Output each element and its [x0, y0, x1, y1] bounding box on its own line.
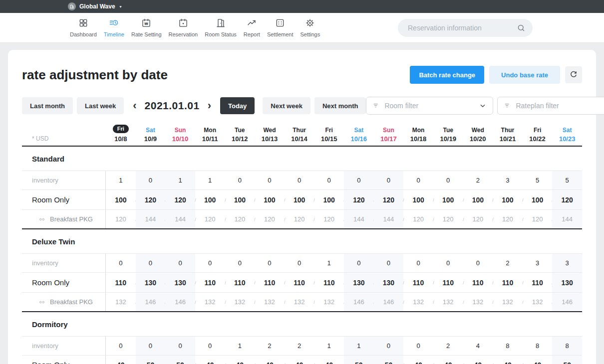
rate-cell[interactable]: 146: [344, 293, 374, 311]
rate-cell[interactable]: 130: [374, 273, 404, 292]
rate-cell[interactable]: 132: [314, 293, 344, 311]
rate-cell[interactable]: 130: [136, 273, 166, 292]
rate-cell[interactable]: 120: [136, 190, 166, 209]
rate-cell[interactable]: 120: [403, 210, 433, 228]
rate-cell[interactable]: 40: [285, 356, 314, 364]
rate-cell[interactable]: 110: [314, 273, 344, 292]
rate-cell[interactable]: 40: [106, 356, 136, 364]
rate-cell[interactable]: 50: [165, 356, 195, 364]
rateplan-filter-select[interactable]: Rateplan filter: [497, 97, 604, 115]
rate-cell[interactable]: 110: [255, 273, 285, 292]
rate-cell[interactable]: 144: [344, 210, 374, 228]
rate-cell[interactable]: 40: [225, 356, 255, 364]
nav-item-settings[interactable]: Settings: [297, 18, 323, 37]
rate-cell[interactable]: 120: [255, 210, 285, 228]
rate-cell[interactable]: 132: [463, 293, 493, 311]
reservation-search[interactable]: [398, 19, 533, 37]
brand-dropdown-caret-icon[interactable]: ▾: [120, 4, 122, 9]
rate-cell[interactable]: 100: [463, 190, 493, 209]
rate-cell[interactable]: 144: [374, 210, 404, 228]
rate-cell[interactable]: 130: [165, 273, 195, 292]
nav-item-report[interactable]: Report: [240, 18, 264, 37]
rate-cell[interactable]: 120: [314, 210, 344, 228]
rate-cell[interactable]: 132: [225, 293, 255, 311]
rate-cell[interactable]: 130: [552, 273, 582, 292]
rate-cell[interactable]: 146: [165, 293, 195, 311]
rate-cell[interactable]: 132: [255, 293, 285, 311]
rate-cell[interactable]: 40: [463, 356, 493, 364]
rate-cell[interactable]: 120: [523, 210, 553, 228]
rate-cell[interactable]: 100: [285, 190, 314, 209]
rate-cell[interactable]: 120: [285, 210, 314, 228]
today-button[interactable]: Today: [220, 97, 255, 114]
rate-cell[interactable]: 100: [225, 190, 255, 209]
rate-cell[interactable]: 120: [195, 210, 225, 228]
rate-cell[interactable]: 100: [403, 190, 433, 209]
rate-cell[interactable]: 144: [165, 210, 195, 228]
last-month-button[interactable]: Last month: [22, 97, 73, 114]
rate-cell[interactable]: 120: [493, 210, 523, 228]
rate-cell[interactable]: 110: [493, 273, 523, 292]
rate-cell[interactable]: 100: [433, 190, 463, 209]
rate-cell[interactable]: 40: [433, 356, 463, 364]
undo-base-rate-button[interactable]: Undo base rate: [489, 66, 560, 84]
rate-cell[interactable]: 132: [403, 293, 433, 311]
rate-cell[interactable]: 132: [433, 293, 463, 311]
rate-cell[interactable]: 132: [523, 293, 553, 311]
rate-cell[interactable]: 120: [374, 190, 404, 209]
rate-cell[interactable]: 120: [344, 190, 374, 209]
rate-cell[interactable]: 132: [493, 293, 523, 311]
rate-cell[interactable]: 40: [403, 356, 433, 364]
prev-date-chevron-icon[interactable]: ‹: [130, 100, 139, 111]
rate-cell[interactable]: 40: [314, 356, 344, 364]
rate-cell[interactable]: 120: [552, 190, 582, 209]
nav-item-room-status[interactable]: Room Status: [201, 18, 240, 37]
batch-rate-change-button[interactable]: Batch rate change: [410, 66, 484, 84]
rate-cell[interactable]: 144: [552, 210, 582, 228]
nav-item-settlement[interactable]: Settlement: [264, 18, 297, 37]
rate-cell[interactable]: 132: [195, 293, 225, 311]
rate-cell[interactable]: 146: [136, 293, 166, 311]
nav-item-rate-setting[interactable]: ₩Rate Setting: [128, 18, 165, 37]
rate-cell[interactable]: 50: [374, 356, 404, 364]
rate-cell[interactable]: 132: [106, 293, 136, 311]
rate-cell[interactable]: 120: [165, 190, 195, 209]
rate-cell[interactable]: 50: [344, 356, 374, 364]
last-week-button[interactable]: Last week: [77, 97, 124, 114]
rate-cell[interactable]: 100: [314, 190, 344, 209]
rate-cell[interactable]: 40: [523, 356, 553, 364]
rate-cell[interactable]: 132: [285, 293, 314, 311]
rate-cell[interactable]: 144: [136, 210, 166, 228]
next-date-chevron-icon[interactable]: ›: [205, 100, 214, 111]
next-week-button[interactable]: Next week: [263, 97, 310, 114]
rate-cell[interactable]: 146: [374, 293, 404, 311]
rate-cell[interactable]: 110: [433, 273, 463, 292]
rate-cell[interactable]: 110: [225, 273, 255, 292]
rate-cell[interactable]: 146: [552, 293, 582, 311]
rate-cell[interactable]: 120: [433, 210, 463, 228]
rate-cell[interactable]: 50: [552, 356, 582, 364]
rate-cell[interactable]: 110: [463, 273, 493, 292]
next-month-button[interactable]: Next month: [314, 97, 366, 114]
rate-cell[interactable]: 110: [403, 273, 433, 292]
refresh-button[interactable]: [565, 66, 582, 83]
brand-name[interactable]: Global Wave: [79, 3, 115, 10]
rate-cell[interactable]: 120: [463, 210, 493, 228]
nav-item-timeline[interactable]: Timeline: [100, 18, 128, 37]
rate-cell[interactable]: 130: [344, 273, 374, 292]
nav-item-dashboard[interactable]: Dashboard: [66, 18, 100, 37]
rate-cell[interactable]: 100: [255, 190, 285, 209]
rate-cell[interactable]: 100: [195, 190, 225, 209]
search-input[interactable]: [407, 23, 517, 32]
rate-cell[interactable]: 110: [195, 273, 225, 292]
rate-cell[interactable]: 40: [493, 356, 523, 364]
rate-cell[interactable]: 50: [136, 356, 166, 364]
rate-cell[interactable]: 40: [255, 356, 285, 364]
rate-cell[interactable]: 40: [195, 356, 225, 364]
room-filter-select[interactable]: Room filter: [366, 97, 493, 115]
nav-item-reservation[interactable]: Reservation: [165, 18, 202, 37]
rate-cell[interactable]: 100: [493, 190, 523, 209]
rate-cell[interactable]: 110: [285, 273, 314, 292]
rate-cell[interactable]: 110: [106, 273, 136, 292]
rate-cell[interactable]: 120: [106, 210, 136, 228]
